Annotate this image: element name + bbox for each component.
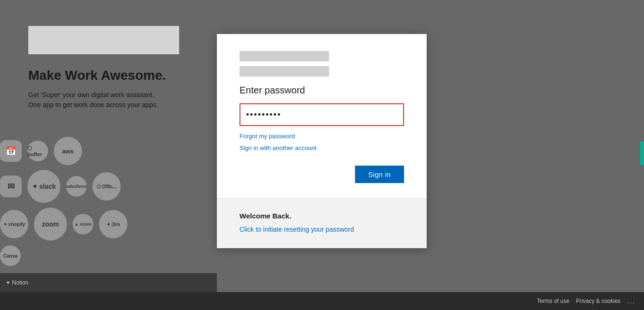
password-label: Enter password (239, 85, 404, 96)
password-input[interactable] (240, 104, 403, 125)
office-icon: ⬡ Offic... (92, 172, 121, 201)
icon-row-3: ✦ shopify zoom ▲ Azure ✦ Jira (0, 208, 217, 241)
slack-icon: ✦ slack (27, 170, 60, 203)
card-bottom: Welcome Back. Click to initiate resettin… (217, 198, 427, 248)
password-input-wrapper (239, 103, 404, 126)
user-email-placeholder (239, 66, 329, 76)
canva-icon: Canva (0, 245, 21, 266)
terms-of-use-link[interactable]: Terms of use (537, 298, 570, 304)
welcome-back-text: Welcome Back. (239, 212, 404, 220)
buffer-icon: ⬡ buffer (27, 141, 48, 161)
calendar-icon: 📅 (0, 140, 22, 162)
right-accent-bar (640, 142, 644, 165)
signin-button[interactable]: Sign in (355, 166, 404, 183)
subtitle-line1: Get 'Super' your own digital work assist… (28, 91, 154, 99)
icon-row-4: Canva (0, 245, 217, 266)
app-icons-container: 📅 ⬡ buffer aws ✉ ✦ slack salesforce ⬡ Of… (0, 137, 217, 271)
zoom-icon: zoom (34, 208, 67, 241)
reset-password-link[interactable]: Click to initiate resetting your passwor… (239, 226, 404, 233)
mail-icon: ✉ (0, 176, 22, 197)
subtitle-line2: One app to get work done across your app… (28, 101, 158, 109)
footer-bar: Terms of use Privacy & cookies ... (0, 292, 644, 310)
bottom-taskbar: ✦ Notion (0, 273, 217, 292)
subtitle: Get 'Super' your own digital work assist… (28, 90, 212, 110)
sign-another-account-link[interactable]: Sign in with another account (239, 144, 404, 151)
aws-icon: aws (54, 137, 82, 165)
notion-label: ✦ Notion (6, 279, 28, 286)
salesforce-icon: salesforce (66, 176, 87, 197)
forgot-password-link[interactable]: Forgot my password (239, 133, 404, 140)
shopify-icon: ✦ shopify (0, 210, 28, 238)
jira-icon: ✦ Jira (99, 210, 127, 238)
azure-icon: ▲ Azure (73, 214, 93, 235)
footer-more-icon[interactable]: ... (627, 297, 636, 305)
left-panel: Make Work Awesome. Get 'Super' your own … (28, 26, 212, 110)
login-card: Enter password Forgot my password Sign i… (217, 34, 427, 248)
user-name-placeholder (239, 51, 329, 61)
icon-row-1: 📅 ⬡ buffer aws (0, 137, 217, 165)
card-top: Enter password Forgot my password Sign i… (217, 34, 427, 198)
logo-placeholder (28, 26, 179, 54)
tagline: Make Work Awesome. (28, 67, 212, 84)
icon-row-2: ✉ ✦ slack salesforce ⬡ Offic... (0, 170, 217, 203)
privacy-cookies-link[interactable]: Privacy & cookies (576, 298, 621, 304)
signin-button-row: Sign in (239, 166, 404, 183)
